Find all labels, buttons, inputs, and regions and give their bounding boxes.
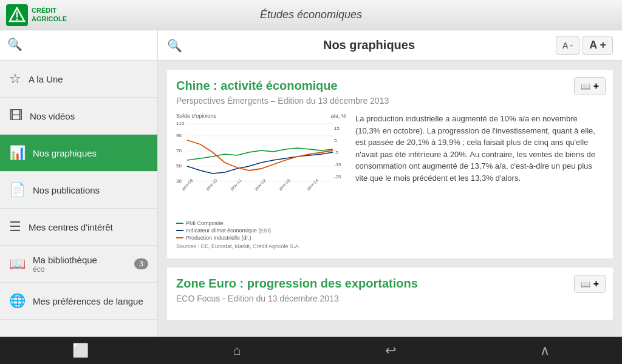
legend-prod-color [176, 237, 183, 238]
svg-text:15: 15 [334, 126, 340, 131]
sidebar-item-nos-publications[interactable]: 📄 Nos publications [0, 172, 157, 209]
svg-text:30: 30 [176, 178, 182, 184]
sidebar-item-nos-graphiques[interactable]: 📊 Nos graphiques [0, 135, 157, 172]
sidebar-item-ma-bibliotheque[interactable]: 📖 Ma bibliothèque éco 3 [0, 246, 157, 283]
book-icon: 📖 [9, 256, 26, 272]
svg-text:janv-13: janv-13 [278, 178, 292, 192]
legend-pmi-color [176, 223, 183, 224]
bookmark-icon: 📖 [581, 82, 590, 91]
sidebar-label-bibliotheque-container: Ma bibliothèque éco [33, 255, 97, 274]
bookmark-button-2[interactable]: 📖 + [574, 275, 606, 293]
sidebar-label-nos-graphiques: Nos graphiques [33, 148, 97, 158]
logo-icon [6, 4, 28, 26]
article-1-subtitle: Perspectives Émergents – Edition du 13 d… [176, 96, 604, 106]
legend-pmi: PMI Composite [176, 220, 346, 226]
sidebar-label-a-la-une: A la Une [29, 74, 63, 84]
legend-esi-label: Indicateur climat économique (ESI) [186, 228, 271, 234]
sidebar-label-mes-centres: Mes centres d'intérêt [29, 222, 113, 232]
search-icon[interactable]: 🔍 [7, 37, 24, 54]
svg-text:janv-09: janv-09 [180, 178, 194, 192]
chart-ylabel-right: a/a, % [330, 113, 346, 119]
logo-text: CRÉDIT AGRICOLE [32, 7, 67, 22]
search-bar: 🔍 🔍 Nos graphiques A - A + [0, 30, 622, 61]
bottom-nav: ⬜ ⌂ ↩ ∧ [0, 337, 622, 364]
star-icon: ☆ [9, 71, 21, 87]
font-controls: A - A + [556, 36, 613, 55]
nav-up-button[interactable]: ∧ [528, 340, 562, 362]
legend-pmi-label: PMI Composite [186, 220, 224, 226]
main-layout: ☆ A la Une 🎞 Nos vidéos 📊 Nos graphiques… [0, 61, 622, 337]
legend-esi-color [176, 230, 183, 231]
sidebar-label-nos-publications: Nos publications [33, 185, 100, 195]
sidebar-item-mes-centres[interactable]: ☰ Mes centres d'intérêt [0, 209, 157, 246]
nav-recent-apps-button[interactable]: ⬜ [60, 340, 101, 362]
chart-svg: 110 90 70 50 30 15 5 -5 -15 -25 [176, 119, 346, 216]
article-1-text: La production industrielle a augmenté de… [355, 113, 604, 249]
bookmark-plus-icon-2: + [593, 278, 599, 289]
legend-esi: Indicateur climat économique (ESI) [176, 228, 346, 234]
sidebar-item-nos-videos[interactable]: 🎞 Nos vidéos [0, 98, 157, 135]
zoom-icon[interactable]: 🔍 [167, 38, 182, 53]
svg-text:-5: -5 [334, 150, 339, 155]
sidebar-label-ma-bibliotheque: Ma bibliothèque [33, 255, 97, 265]
list-icon: ☰ [9, 219, 21, 235]
search-left: 🔍 [0, 30, 158, 60]
chart-source: Sources : CE, Eurostat, Markit, Crédit A… [176, 243, 346, 249]
film-icon: 🎞 [9, 108, 22, 124]
svg-text:110: 110 [176, 121, 185, 126]
article-chine: 📖 + Chine : activité économique Perspect… [167, 70, 613, 258]
chart-legend: PMI Composite Indicateur climat économiq… [176, 220, 346, 241]
bookmark-plus-icon: + [593, 81, 599, 92]
legend-prod: Production Industrielle (dr.) [176, 235, 346, 241]
nav-back-button[interactable]: ↩ [373, 340, 408, 362]
svg-text:5: 5 [334, 138, 337, 143]
nav-home-button[interactable]: ⌂ [220, 340, 253, 362]
chart-ylabel-left: Solde d'opinions [176, 113, 216, 119]
article-2-title: Zone Euro : progression des exportations [176, 277, 604, 291]
sidebar-label-nos-videos: Nos vidéos [30, 111, 75, 121]
article-1-title: Chine : activité économique [176, 79, 604, 93]
chart-axis-labels: Solde d'opinions a/a, % [176, 113, 346, 119]
article-zone-euro: 📖 + Zone Euro : progression des exportat… [167, 268, 613, 320]
svg-text:janv-10: janv-10 [205, 178, 219, 192]
page-title: Études économiques [260, 8, 362, 21]
font-decrease-button[interactable]: A - [556, 36, 579, 55]
article-1-chart: Solde d'opinions a/a, % 110 90 70 50 30 … [176, 113, 346, 249]
legend-prod-label: Production Industrielle (dr.) [186, 235, 251, 241]
content-area: 📖 + Chine : activité économique Perspect… [158, 61, 622, 337]
sidebar-label-eco: éco [33, 265, 97, 274]
svg-text:70: 70 [176, 148, 182, 153]
globe-icon: 🌐 [9, 293, 26, 309]
svg-text:-15: -15 [334, 162, 341, 167]
bar-chart-icon: 📊 [9, 145, 26, 161]
doc-icon: 📄 [9, 182, 26, 198]
sidebar-item-a-la-une[interactable]: ☆ A la Une [0, 61, 157, 98]
font-increase-button[interactable]: A + [583, 36, 613, 55]
search-right: 🔍 Nos graphiques A - A + [158, 36, 622, 55]
article-2-subtitle: ECO Focus - Edition du 13 décembre 2013 [176, 294, 604, 303]
sidebar: ☆ A la Une 🎞 Nos vidéos 📊 Nos graphiques… [0, 61, 158, 337]
svg-point-2 [16, 18, 18, 20]
svg-text:90: 90 [176, 133, 182, 138]
bookmark-icon-2: 📖 [581, 280, 590, 289]
svg-text:50: 50 [176, 163, 182, 169]
bookmark-button-1[interactable]: 📖 + [574, 77, 606, 95]
sidebar-item-mes-preferences[interactable]: 🌐 Mes préférences de langue [0, 283, 157, 320]
sidebar-label-mes-preferences: Mes préférences de langue [33, 296, 143, 306]
svg-text:janv-14: janv-14 [306, 178, 320, 192]
svg-text:janv-11: janv-11 [229, 178, 243, 192]
svg-text:janv-12: janv-12 [253, 178, 267, 192]
svg-text:-25: -25 [334, 174, 341, 180]
top-bar: CRÉDIT AGRICOLE Études économiques [0, 0, 622, 30]
section-title: Nos graphiques [182, 38, 556, 52]
article-1-body: Solde d'opinions a/a, % 110 90 70 50 30 … [176, 113, 604, 249]
logo: CRÉDIT AGRICOLE [6, 4, 67, 26]
bibliotheque-badge: 3 [134, 258, 148, 269]
